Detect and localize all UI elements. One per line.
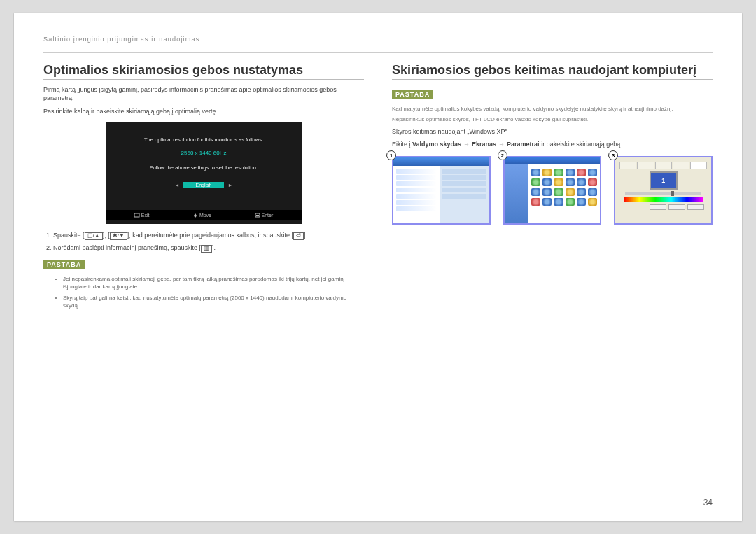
osd-footer: Exit Move Enter — [106, 210, 302, 220]
chevron-right-icon: ► — [228, 183, 233, 188]
screenshot-3: 3 1 — [614, 156, 713, 225]
thumb-start-menu — [392, 156, 491, 225]
osd-resolution: 2560 x 1440 60Hz — [113, 150, 295, 156]
arrow-icon: → — [498, 141, 505, 148]
right-title: Skiriamosios gebos keitimas naudojant ko… — [392, 63, 713, 80]
step-1: Spauskite [◫/▲], [✱/▼], kad pereitumėte … — [53, 231, 364, 241]
note-item-2: Skyrą taip pat galima keisti, kad nustat… — [63, 294, 364, 309]
monitor-preview-number: 1 — [650, 171, 678, 190]
note-sub-right: Nepasirinkus optimalios skyros, TFT LCD … — [392, 115, 713, 123]
svg-rect-0 — [134, 213, 139, 217]
thumb-control-panel — [503, 156, 602, 225]
winxp-line: Skyros keitimas naudojant „Windows XP" — [392, 127, 713, 136]
screenshot-2: 2 — [503, 156, 602, 225]
note-badge-left: PASTABA — [43, 260, 85, 269]
move-icon — [192, 213, 198, 218]
section-header: Šaltinio įrenginio prijungimas ir naudoj… — [43, 33, 713, 53]
svg-marker-2 — [194, 216, 197, 218]
osd-line1: The optimal resolution for this monitor … — [113, 136, 295, 143]
osd-language: English — [183, 182, 225, 188]
chevron-left-icon: ◄ — [175, 183, 180, 188]
menu-icon: ▥ — [201, 245, 212, 253]
step-number-2: 2 — [498, 150, 507, 160]
notes-list-left: Jei nepasirenkama optimali skiriamoji ge… — [63, 275, 364, 309]
osd-exit: Exit — [134, 213, 150, 218]
enter-icon: ⏎ — [293, 232, 304, 240]
right-column: Skiriamosios gebos keitimas naudojant ko… — [392, 63, 713, 313]
path-line: Eikite į Valdymo skydas→Ekranas→Parametr… — [392, 140, 713, 149]
exit-icon — [134, 213, 140, 218]
note-badge-right: PASTABA — [392, 90, 433, 99]
screenshot-1: 1 — [392, 156, 491, 225]
svg-marker-1 — [194, 213, 197, 216]
left-title: Optimalios skiriamosios gebos nustatymas — [43, 63, 364, 80]
osd-move: Move — [192, 213, 211, 218]
note-item-1: Jei nepasirenkama optimali skiriamoji ge… — [63, 275, 364, 290]
note-body-right: Kad matytumėte optimalios kokybės vaizdą… — [392, 105, 713, 113]
steps-list: Spauskite [◫/▲], [✱/▼], kad pereitumėte … — [53, 231, 364, 253]
volume-up-icon: ◫/▲ — [85, 232, 103, 240]
left-intro-1: Pirmą kartą įjungus įsigytą gaminį, pasi… — [43, 85, 364, 103]
enter-icon — [255, 213, 260, 218]
left-column: Optimalios skiriamosios gebos nustatymas… — [43, 63, 364, 313]
osd-line2: Follow the above settings to set the res… — [113, 164, 295, 171]
arrow-icon: → — [463, 141, 470, 148]
left-intro-2: Pasirinkite kalbą ir pakeiskite skiriamą… — [43, 107, 364, 116]
thumb-display-props: 1 — [614, 156, 713, 225]
brightness-down-icon: ✱/▼ — [110, 232, 127, 240]
osd-enter: Enter — [255, 213, 274, 218]
screenshots-row: 1 2 — [392, 156, 713, 225]
step-2: Norėdami paslėpti informacinį pranešimą,… — [53, 244, 364, 253]
step-number-1: 1 — [386, 150, 396, 160]
osd-mockup: The optimal resolution for this monitor … — [106, 122, 302, 224]
columns: Optimalios skiriamosios gebos nustatymas… — [43, 63, 713, 313]
document-page: Šaltinio įrenginio prijungimas ir naudoj… — [14, 13, 742, 521]
page-number: 34 — [704, 498, 713, 507]
